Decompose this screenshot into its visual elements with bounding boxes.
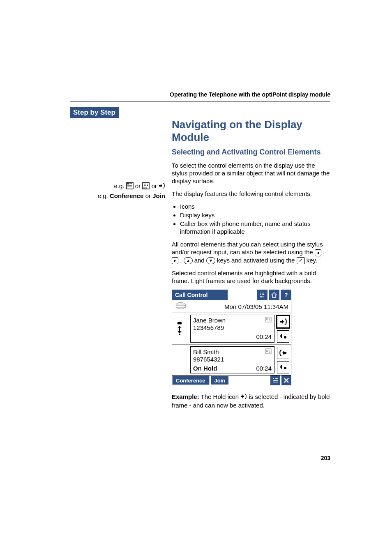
p3-text-c: and [193, 257, 206, 264]
svg-point-25 [179, 334, 180, 335]
main-content: Navigating on the Display Module Selecti… [172, 118, 330, 414]
svg-point-13 [260, 293, 261, 294]
paragraph-intro: To select the control elements on the di… [172, 161, 330, 185]
control-elements-list: Icons Display keys Caller box with phone… [172, 203, 330, 235]
contact-card-icon [265, 348, 272, 356]
up-arrow-key-icon: ▴ [184, 257, 193, 264]
eg-prefix: e.g. [114, 182, 124, 189]
call-row-2: Bill Smith 987654321 On Hold 00:24 [172, 345, 291, 375]
left-arrow-key-icon: ◂ [315, 249, 321, 256]
svg-text:abc: abc [260, 295, 264, 298]
keypad-icon[interactable]: abc [257, 290, 267, 300]
contact-card-icon [265, 317, 272, 324]
svg-point-15 [263, 293, 264, 294]
paragraph-highlight: Selected control elements are highlighte… [172, 269, 330, 285]
hold-right-icon [159, 182, 165, 191]
call1-name: Jane Brown [193, 317, 272, 324]
svg-text:abc: abc [143, 187, 147, 189]
svg-text:?: ? [284, 292, 288, 298]
sidebar-example-keys: e.g. Conference or Join [70, 192, 165, 200]
eg-key-conference: Conference [110, 192, 144, 199]
footer-gap [230, 375, 269, 385]
hold-right-icon[interactable] [276, 315, 290, 329]
p3-text-b2: , [178, 257, 184, 264]
down-arrow-key-icon: ▾ [206, 257, 215, 264]
running-header: Operating the Telephone with the optiPoi… [70, 91, 330, 98]
svg-point-11 [147, 185, 148, 186]
svg-point-10 [145, 185, 146, 186]
display-date-row: Mon 07/03/05 11:34AM [172, 300, 291, 313]
empty-icon [173, 346, 190, 373]
list-icon[interactable] [270, 375, 280, 385]
call2-number: 987654321 [193, 356, 272, 363]
conference-button[interactable]: Conference [172, 375, 210, 385]
svg-point-6 [144, 184, 145, 184]
svg-point-37 [284, 367, 286, 369]
p3-text-d: keys and activated using the [215, 257, 297, 264]
call2-status: On Hold [193, 365, 217, 372]
svg-point-7 [145, 184, 146, 184]
example-caption: Example: The Hold icon is selected - ind… [172, 393, 330, 409]
page-number: 203 [321, 455, 330, 461]
record-icon[interactable] [277, 361, 289, 373]
eg-key-join: Join [152, 192, 165, 199]
svg-point-31 [284, 336, 286, 339]
caller-box-1[interactable]: Jane Brown 123456789 00:24 [190, 315, 274, 343]
display-header: Call Control abc ? [172, 290, 291, 300]
eg-prefix: e.g. [98, 192, 108, 199]
paragraph-keys: All control elements that you can select… [172, 240, 330, 264]
call1-number: 123456789 [193, 324, 272, 332]
page-subtitle: Selecting and Activating Control Element… [172, 148, 330, 157]
caller-box-2[interactable]: Bill Smith 987654321 On Hold 00:24 [190, 346, 274, 373]
close-icon[interactable] [281, 375, 291, 385]
list-item-display-keys: Display keys [180, 211, 330, 219]
svg-point-14 [262, 293, 263, 294]
p3-text-e: key. [305, 257, 318, 264]
or-text: or [151, 182, 157, 189]
svg-point-8 [147, 184, 148, 184]
svg-rect-38 [273, 378, 274, 379]
header-rule [70, 101, 330, 101]
p3-text-b: , [321, 249, 325, 256]
step-by-step-label: Step by Step [70, 107, 119, 118]
list-box-icon [126, 182, 134, 191]
paragraph-list-intro: The display features the following contr… [172, 190, 330, 198]
call2-name: Bill Smith [193, 348, 272, 356]
svg-point-16 [260, 294, 261, 295]
svg-rect-1 [127, 183, 129, 184]
svg-point-27 [266, 318, 268, 320]
date-text: Mon 07/03/05 11:34AM [189, 303, 291, 310]
call2-time: 00:24 [256, 365, 272, 372]
sidebar-example-icons: e.g. or abc or [70, 182, 165, 191]
call2-actions [274, 346, 290, 373]
active-call-icon [173, 315, 190, 343]
header-title[interactable]: Call Control [172, 290, 228, 300]
page-title: Navigating on the Display Module [172, 118, 330, 144]
unhold-left-icon[interactable] [277, 347, 289, 359]
call-row-1: Jane Brown 123456789 00:24 [172, 313, 291, 345]
record-icon[interactable] [277, 330, 289, 343]
example-label: Example: [172, 393, 199, 400]
home-icon[interactable] [269, 290, 279, 300]
right-arrow-key-icon: ▸ [172, 257, 178, 264]
svg-point-18 [263, 294, 264, 295]
display-body: Mon 07/03/05 11:34AM Jane Brown 12345678… [172, 300, 291, 375]
or-text: or [145, 192, 151, 199]
logo-icon [172, 301, 189, 312]
or-text: or [135, 182, 141, 189]
step-by-step-sidebar: Step by Step [70, 107, 165, 118]
keypad-icon: abc [142, 182, 150, 191]
svg-point-33 [266, 350, 268, 352]
list-item-caller-box: Caller box with phone number, name and s… [180, 220, 330, 235]
list-item-icons: Icons [180, 203, 330, 210]
help-icon[interactable]: ? [281, 290, 291, 300]
p3-text-a: All control elements that you can select… [172, 241, 323, 256]
header-gap [228, 290, 256, 300]
display-footer: Conference Join [172, 375, 291, 385]
svg-point-17 [262, 294, 263, 295]
phone-display-mockup: Call Control abc ? Mon 07/03/05 11:34 [172, 290, 291, 385]
call1-time: 00:24 [256, 333, 272, 341]
join-button[interactable]: Join [210, 375, 230, 385]
svg-point-9 [144, 185, 145, 186]
check-key-icon: ✓ [297, 257, 305, 264]
